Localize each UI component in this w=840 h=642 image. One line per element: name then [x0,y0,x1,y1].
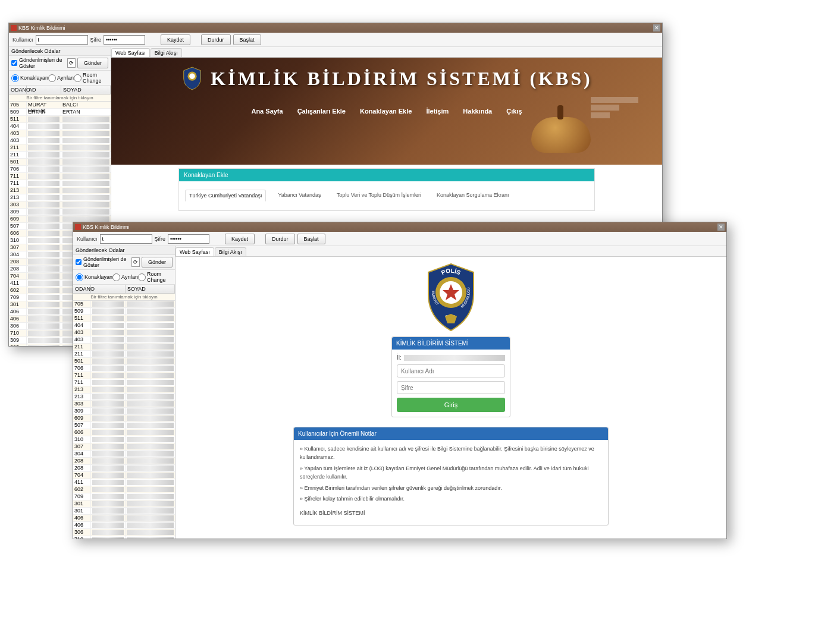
table-row[interactable]: 211 [9,144,111,152]
table-row[interactable]: 705 [73,301,175,308]
nav-iletisim[interactable]: İletişim [426,108,449,115]
table-row[interactable]: 602 [73,486,175,493]
gonder-button[interactable]: Gönder [77,58,108,68]
table-row[interactable]: 706 [9,166,111,173]
table-row[interactable]: 501 [9,159,111,166]
kaydet-button-front[interactable]: Kaydet [225,234,255,244]
table-row[interactable]: 404 [9,123,111,130]
kaydet-button[interactable]: Kaydet [161,34,190,45]
table-row[interactable]: 403 [9,130,111,137]
table-row[interactable]: 309 [73,408,175,415]
table-row[interactable]: 403 [73,329,175,336]
close-icon[interactable]: ✕ [717,224,725,231]
table-row[interactable]: 609 [73,415,175,422]
table-row[interactable]: 213 [73,386,175,394]
table-row[interactable]: 310 [73,436,175,443]
durdur-button-front[interactable]: Durdur [265,234,295,244]
tab-web-front[interactable]: Web Sayfası [175,247,214,256]
table-row[interactable]: 211 [73,351,175,358]
table-row[interactable]: 509 [73,308,175,315]
nav-calisanlari[interactable]: Çalışanları Ekle [297,108,346,115]
baslat-button[interactable]: Başlat [233,34,261,45]
table-row[interactable]: 211 [9,152,111,159]
baslat-button-front[interactable]: Başlat [297,234,325,244]
table-row[interactable]: 301 [73,501,175,508]
formtab-toplu[interactable]: Toplu Veri ve Toplu Düşüm İşlemleri [333,190,425,202]
radio-ayrilan[interactable] [48,74,56,82]
table-row[interactable]: 213 [73,394,175,401]
grid-filter-hint[interactable]: Bir filtre tanımlamak için tıklayın [9,95,111,102]
table-row[interactable]: 507 [73,422,175,429]
table-row[interactable]: 307 [73,443,175,451]
radio-konaklayan[interactable] [11,74,19,82]
table-row[interactable]: 511 [73,315,175,322]
rooms-grid-front[interactable]: ODANO SOYAD Bir filtre tanımlamak için t… [73,285,175,539]
login-giris-button[interactable]: Giriş [397,398,505,412]
col-soyad[interactable]: SOYAD [61,86,111,94]
table-row[interactable]: 606 [73,429,175,436]
tab-web[interactable]: Web Sayfası [111,48,150,57]
table-row[interactable]: 705MURAT HALUKBALCI [9,102,111,109]
titlebar[interactable]: KBS Kimlik Bildirimi ✕ [9,23,662,33]
nav-anasayfa[interactable]: Ana Sayfa [251,108,283,115]
table-row[interactable]: 406 [73,515,175,522]
table-row[interactable]: 704 [73,472,175,479]
kullanici-input[interactable] [36,35,88,45]
login-password-input[interactable] [397,381,505,394]
table-row[interactable]: 711 [9,180,111,187]
col-odano[interactable]: ODANO [9,86,27,94]
refresh-icon[interactable]: ⟳ [67,58,76,68]
formtab-sorgu[interactable]: Konaklayan Sorgulama Ekranı [433,190,513,202]
table-row[interactable]: 309 [9,209,111,216]
table-row[interactable]: 301 [73,508,175,515]
kbs-polis-logo [181,66,203,91]
refresh-icon-front[interactable]: ⟳ [131,257,140,267]
table-row[interactable]: 303 [73,401,175,408]
gonder-button-front[interactable]: Gönder [142,257,173,268]
table-row[interactable]: 511 [9,116,111,123]
gonderilmisleri-checkbox-front[interactable] [76,259,82,265]
table-row[interactable]: 213 [9,187,111,194]
close-icon[interactable]: ✕ [653,24,660,32]
table-row[interactable]: 208 [73,465,175,472]
konaklayan-tabs: Türkiye Cumhuriyeti Vatandaşı Yabancı Va… [179,181,594,210]
table-row[interactable]: 711 [73,379,175,386]
table-row[interactable]: 709 [73,493,175,501]
login-username-input[interactable] [397,364,505,377]
nav-hakkinda[interactable]: Hakkında [463,108,492,115]
kullanici-input-front[interactable] [100,234,152,244]
table-row[interactable]: 710 [73,536,175,539]
table-row[interactable]: 304 [73,451,175,458]
tab-bilgi[interactable]: Bilgi Akışı [151,48,182,57]
radio-ayrilan-front[interactable] [112,273,120,281]
table-row[interactable]: 406 [73,522,175,529]
table-row[interactable]: 509ERTANERTAN [9,109,111,116]
table-row[interactable]: 211 [73,344,175,351]
table-row[interactable]: 706 [73,365,175,372]
gonderilmisleri-checkbox[interactable] [11,60,17,66]
tab-bilgi-front[interactable]: Bilgi Akışı [215,247,246,256]
durdur-button[interactable]: Durdur [201,34,231,45]
formtab-yabanci[interactable]: Yabancı Vatandaş [274,190,324,202]
table-row[interactable]: 208 [73,458,175,465]
radio-roomchange-front[interactable] [138,273,146,281]
kullanici-label: Kullanıcı [12,37,33,43]
table-row[interactable]: 403 [9,137,111,144]
table-row[interactable]: 711 [9,173,111,180]
table-row[interactable]: 411 [73,479,175,486]
nav-konaklayan[interactable]: Konaklayan Ekle [360,108,412,115]
radio-roomchange[interactable] [74,74,82,82]
col-ad[interactable]: AD [27,86,61,94]
table-row[interactable]: 306 [73,529,175,536]
sifre-input[interactable] [104,35,145,45]
table-row[interactable]: 303 [9,202,111,209]
table-row[interactable]: 404 [73,322,175,329]
radio-konaklayan-front[interactable] [76,273,83,281]
titlebar-front[interactable]: KBS Kimlik Bildirimi ✕ [73,222,726,232]
formtab-tc[interactable]: Türkiye Cumhuriyeti Vatandaşı [185,190,266,202]
table-row[interactable]: 403 [73,336,175,344]
table-row[interactable]: 213 [9,194,111,202]
table-row[interactable]: 501 [73,358,175,365]
sifre-input-front[interactable] [168,234,209,244]
table-row[interactable]: 711 [73,372,175,379]
